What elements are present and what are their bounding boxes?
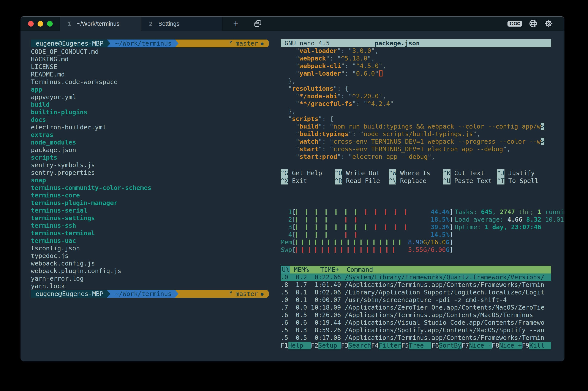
nano-shortcut: ^X Exit <box>281 177 335 185</box>
meter-bracket: ] <box>449 223 453 231</box>
process-row[interactable]: .5 0.5 0:17.08 /Applications/Terminus.ap… <box>281 334 551 342</box>
meter-bar <box>393 247 394 253</box>
powerline-arrow-icon <box>175 290 178 298</box>
close-button[interactable] <box>28 21 34 27</box>
minimize-button[interactable] <box>38 21 43 27</box>
duplicate-windows-icon <box>253 25 262 28</box>
directory-item: node_modules <box>31 139 269 146</box>
meter-bar <box>385 209 386 215</box>
file-item: LICENSE <box>31 63 269 71</box>
directory-item: terminus-community-color-schemes <box>31 184 269 192</box>
nano-line: "build:typings": "node scripts/build-typ… <box>281 130 551 138</box>
cpu-percent: 44.4% <box>431 208 449 216</box>
meter-bar <box>345 209 347 215</box>
process-rows: .0 0.2 0:22.66 /System/Library/Framework… <box>281 274 551 342</box>
fkey-action: SortBy <box>439 342 461 349</box>
meter-label: 3 <box>281 223 292 231</box>
meter-bar <box>328 240 329 245</box>
directory-item: terminus-plugin-manager <box>31 199 269 207</box>
nano-cursor <box>379 70 382 77</box>
fkey-number: F7 <box>461 342 469 349</box>
shortcut-label: Exit <box>288 177 307 185</box>
right-pane[interactable]: GNU nano 4.5 package.json "val-loader": … <box>269 31 565 361</box>
meter-bar <box>361 247 362 253</box>
shortcut-label: Justify <box>505 169 535 177</box>
meter-label: Swp <box>281 246 292 254</box>
meter-bar <box>306 217 307 222</box>
meter-bar <box>316 224 317 230</box>
process-row[interactable]: .0 0.2 0:22.66 /System/Library/Framework… <box>281 274 551 281</box>
meter-label: 2 <box>281 216 292 223</box>
fkey-action: Filter <box>379 342 401 349</box>
nano-shortcut: ^\ Replace <box>389 177 443 185</box>
fkey-number: F5 <box>401 342 409 349</box>
process-row[interactable]: .8 1.7 1:01.40 /Applications/Terminus.ap… <box>281 281 551 289</box>
shell-prompt: eugene@Eugenes-MBP ~/Work/terminus maste… <box>31 290 269 298</box>
meter-bar <box>355 232 356 238</box>
directory-item: terminus-terminal <box>31 229 269 237</box>
nano-line: }, <box>281 107 551 115</box>
new-tab-button[interactable]: + <box>232 19 240 29</box>
directory-item: terminus-core <box>31 192 269 199</box>
process-table-header[interactable]: U% MEM% TIME+ Command <box>281 266 551 274</box>
meter-area: 14.5% <box>296 231 449 238</box>
tab-settings[interactable]: 2 Settings <box>141 17 223 31</box>
shortcut-label: Get Help <box>288 169 322 177</box>
terminal-window: 1 ~/Work/terminus 2 Settings + IOIOI <box>20 16 565 361</box>
load-average: Load average: 4.66 8.32 10.01 <box>455 216 565 223</box>
ssh-globe-icon[interactable] <box>529 19 538 29</box>
process-row[interactable]: .5 0.3 8:59.26 /Applications/Spotify.app… <box>281 326 551 334</box>
tab-title: Settings <box>158 20 179 27</box>
file-item: electron-builder.yml <box>31 124 269 131</box>
meter-bar <box>316 232 317 238</box>
git-branch-name: master <box>235 40 258 47</box>
tab-terminal[interactable]: 1 ~/Work/terminus <box>60 17 141 31</box>
meter-bar <box>367 247 368 253</box>
meter-bracket: [ <box>292 223 296 231</box>
directory-item: terminus-uac <box>31 237 269 245</box>
table-columns-header[interactable]: MEM% TIME+ Command <box>290 266 551 274</box>
directory-item: app <box>31 86 269 93</box>
nano-shortcut: ^T To Spell <box>497 177 551 185</box>
meter-bar <box>367 240 368 245</box>
settings-gear-icon[interactable] <box>544 19 553 29</box>
swp-meter: Swp[5.55G/6.00G] <box>281 246 551 254</box>
process-row[interactable]: .0 0.1 0:00.07 /usr/sbin/screencapture -… <box>281 296 551 304</box>
shortcut-label: Write Out <box>342 169 380 177</box>
directory-item: terminus-ssh <box>31 222 269 229</box>
fkey-number: F6 <box>431 342 439 349</box>
prompt-user-segment: eugene@Eugenes-MBP <box>31 290 107 298</box>
git-branch-name: master <box>235 290 258 298</box>
prompt-git-segment: master ● <box>178 40 267 47</box>
process-row[interactable]: .6 0.5 0:26.06 /Applications/Terminus.ap… <box>281 311 551 319</box>
sort-column-header[interactable]: U% <box>281 266 290 274</box>
meter-bar <box>395 224 396 230</box>
nano-filename: package.json <box>374 40 420 47</box>
nano-line: "start:prod": "electron app --debug", <box>281 153 551 161</box>
shortcut-key: ^K <box>443 169 450 177</box>
nano-line: "*/node-abi": "^2.20.0", <box>281 93 551 100</box>
fkey-number: F2 <box>311 342 318 349</box>
serial-port-icon[interactable]: IOIOI <box>508 21 522 27</box>
cpu-percent: 18.5% <box>431 216 449 223</box>
nano-line: "webpack-cli": "^4.5.0", <box>281 62 551 70</box>
fkey-number: F9 <box>522 342 529 349</box>
meter-bar <box>325 209 327 215</box>
meter-bar <box>296 217 297 222</box>
prompt-user-segment: eugene@Eugenes-MBP <box>31 40 107 47</box>
process-row[interactable]: .5 0.1 8:02.06 /Library/Application Supp… <box>281 289 551 296</box>
meter-bar <box>306 224 307 230</box>
nano-line: "val-loader": "3.0.0", <box>281 47 551 55</box>
process-row[interactable]: .7 0.0 10:18.09 /Applications/ZeroTier O… <box>281 304 551 311</box>
meter-bracket: ] <box>449 216 453 223</box>
zoom-button[interactable] <box>47 21 53 27</box>
htop-fkey-bar: F1Help F2Setup F3SearchF4FilterF5Tree F6… <box>281 342 551 349</box>
cpu-percent: 39.3% <box>431 223 449 231</box>
terminal-pane[interactable]: eugene@Eugenes-MBP ~/Work/terminus maste… <box>20 31 269 361</box>
meter-bar <box>345 232 347 238</box>
split-duplicate-button[interactable] <box>253 19 262 28</box>
process-row[interactable]: .6 0.6 0:19.44 /Applications/Visual Stud… <box>281 319 551 326</box>
shortcut-key: ^\ <box>389 177 396 185</box>
nano-shortcut: ^O Write Out <box>335 169 389 177</box>
fkey-action: Tree <box>409 342 432 349</box>
